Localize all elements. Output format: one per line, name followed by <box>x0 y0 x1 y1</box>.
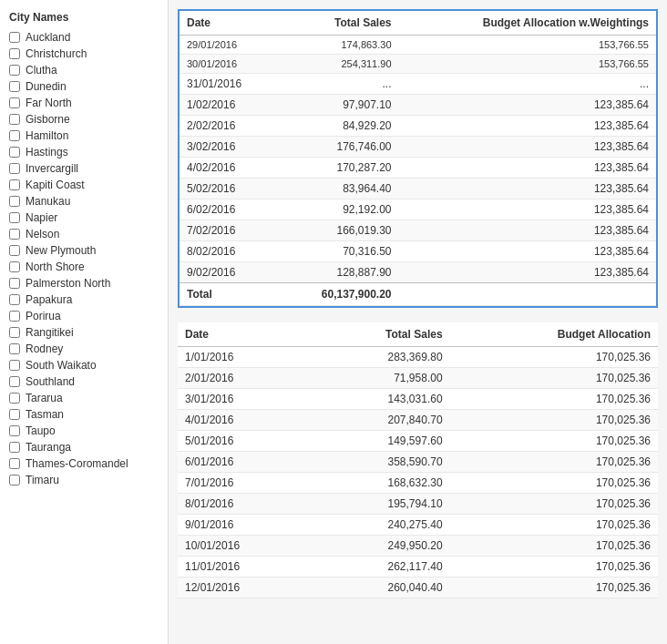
city-checkbox[interactable] <box>9 327 20 338</box>
city-item: Far North <box>4 95 164 111</box>
city-label: Papakura <box>26 293 72 306</box>
table2-col-sales: Total Sales <box>312 322 450 347</box>
table1-col-sales: Total Sales <box>278 11 398 36</box>
cell-budget: 170,025.36 <box>450 431 658 452</box>
city-checkbox[interactable] <box>9 130 20 141</box>
cell-date: 2/02/2016 <box>180 116 278 137</box>
table1-col-budget: Budget Allocation w.Weightings <box>399 11 656 36</box>
cell-date: 4/01/2016 <box>178 410 312 431</box>
cell-budget: 170,025.36 <box>450 557 658 578</box>
cell-sales: 92,192.00 <box>278 199 398 220</box>
city-checkbox[interactable] <box>9 278 20 289</box>
cell-budget: 123,385.64 <box>399 116 656 137</box>
table-row: 7/02/2016 166,019.30 123,385.64 <box>180 220 656 241</box>
sidebar-title: City Names <box>4 7 164 29</box>
cell-budget: 123,385.64 <box>399 179 656 199</box>
city-item: Taupo <box>4 423 164 439</box>
cell-sales: 283,369.80 <box>312 347 450 368</box>
city-checkbox[interactable] <box>9 97 20 108</box>
city-checkbox[interactable] <box>9 360 20 371</box>
city-checkbox[interactable] <box>9 65 20 76</box>
cell-sales: 97,907.10 <box>278 95 398 116</box>
table1-header-row: Date Total Sales Budget Allocation w.Wei… <box>180 11 656 36</box>
city-item: Papakura <box>4 291 164 308</box>
city-checkbox[interactable] <box>9 294 20 305</box>
table-row: 9/01/2016 240,275.40 170,025.36 <box>178 515 658 536</box>
cell-sales: 143,031.60 <box>312 389 450 410</box>
cell-budget: 123,385.64 <box>399 95 656 116</box>
cell-date: 9/01/2016 <box>178 515 312 536</box>
city-item: Tasman <box>4 406 164 423</box>
city-checkbox[interactable] <box>9 229 20 240</box>
city-item: Hamilton <box>4 128 164 144</box>
cell-budget: 123,385.64 <box>399 262 656 283</box>
city-item: Rangitikei <box>4 324 164 341</box>
city-label: Tararua <box>26 392 63 404</box>
cell-date: 7/02/2016 <box>180 220 278 241</box>
table-row: 4/01/2016 207,840.70 170,025.36 <box>178 410 658 431</box>
table-row: 5/01/2016 149,597.60 170,025.36 <box>178 431 658 452</box>
table-row: 3/02/2016 176,746.00 123,385.64 <box>180 137 656 158</box>
cell-budget: 123,385.64 <box>399 241 656 262</box>
table1-col-date: Date <box>180 11 278 36</box>
cell-date: 6/02/2016 <box>180 199 278 220</box>
cell-sales: 71,958.00 <box>312 368 450 389</box>
city-checkbox[interactable] <box>9 245 20 256</box>
city-checkbox[interactable] <box>9 48 20 59</box>
city-label: Tauranga <box>26 441 71 454</box>
city-checkbox[interactable] <box>9 81 20 92</box>
cell-sales: 240,275.40 <box>312 515 450 536</box>
city-checkbox[interactable] <box>9 475 20 486</box>
city-checkbox[interactable] <box>9 311 20 322</box>
cell-date: 9/02/2016 <box>180 262 278 283</box>
city-checkbox[interactable] <box>9 261 20 272</box>
city-checkbox[interactable] <box>9 212 20 223</box>
city-checkbox[interactable] <box>9 393 20 404</box>
city-checkbox[interactable] <box>9 425 20 436</box>
city-item: Timaru <box>4 472 164 488</box>
cell-budget: ... <box>399 74 656 95</box>
table-row: 29/01/2016 174,863.30 153,766.55 <box>180 36 656 55</box>
city-label: Palmerston North <box>26 277 110 290</box>
cell-date: 8/02/2016 <box>180 241 278 262</box>
cell-budget: 170,025.36 <box>450 347 658 368</box>
cell-date: 4/02/2016 <box>180 158 278 179</box>
cell-sales: 358,590.70 <box>312 452 450 473</box>
city-item: Hastings <box>4 144 164 160</box>
city-checkbox[interactable] <box>9 442 20 453</box>
table-row: 3/01/2016 143,031.60 170,025.36 <box>178 389 658 410</box>
cell-date: 3/01/2016 <box>178 389 312 410</box>
cell-budget: 170,025.36 <box>450 536 658 557</box>
city-checkbox[interactable] <box>9 147 20 158</box>
city-label: Napier <box>26 211 57 224</box>
city-item: Porirua <box>4 308 164 324</box>
table2-container: Date Total Sales Budget Allocation 1/01/… <box>178 322 658 598</box>
cell-date: 2/01/2016 <box>178 368 312 389</box>
city-checkbox[interactable] <box>9 343 20 354</box>
city-checkbox[interactable] <box>9 196 20 207</box>
city-checkbox[interactable] <box>9 32 20 43</box>
cell-budget: 123,385.64 <box>399 199 656 220</box>
cell-sales: 166,019.30 <box>278 220 398 241</box>
table-row: 30/01/2016 254,311.90 153,766.55 <box>180 55 656 74</box>
city-checkbox[interactable] <box>9 376 20 387</box>
city-sidebar: City Names AucklandChristchurchCluthaDun… <box>0 0 169 644</box>
city-item: Manukau <box>4 193 164 210</box>
cell-budget: 153,766.55 <box>399 36 656 55</box>
table-row: 5/02/2016 83,964.40 123,385.64 <box>180 179 656 199</box>
cell-sales: 260,040.40 <box>312 578 450 598</box>
cell-budget: 123,385.64 <box>399 158 656 179</box>
cell-sales: 262,117.40 <box>312 557 450 578</box>
table-row: 11/01/2016 262,117.40 170,025.36 <box>178 557 658 578</box>
city-checkbox[interactable] <box>9 114 20 125</box>
city-item: North Shore <box>4 259 164 275</box>
city-checkbox[interactable] <box>9 458 20 469</box>
city-checkbox[interactable] <box>9 179 20 190</box>
city-checkbox[interactable] <box>9 163 20 174</box>
table-row: 1/02/2016 97,907.10 123,385.64 <box>180 95 656 116</box>
table-row: 9/02/2016 128,887.90 123,385.64 <box>180 262 656 283</box>
city-label: South Waikato <box>26 359 97 372</box>
cell-sales: 84,929.20 <box>278 116 398 137</box>
city-checkbox[interactable] <box>9 409 20 420</box>
cell-budget: 153,766.55 <box>399 55 656 74</box>
